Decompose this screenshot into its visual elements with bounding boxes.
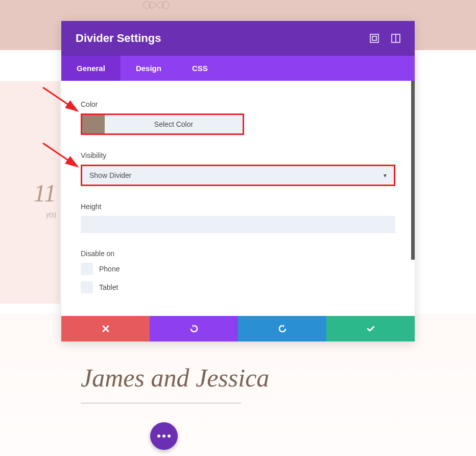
color-swatch[interactable] <box>82 115 105 133</box>
annotation-arrow-color <box>39 85 83 116</box>
redo-button[interactable] <box>238 316 326 341</box>
close-icon <box>102 325 110 333</box>
modal-header: Divider Settings <box>61 21 415 56</box>
field-disable-on: Disable on Phone Tablet <box>81 249 395 293</box>
visibility-value: Show Divider <box>89 171 131 179</box>
disable-label: Disable on <box>81 249 395 258</box>
disable-phone-row: Phone <box>81 263 395 275</box>
cancel-button[interactable] <box>61 316 150 341</box>
countdown-number: 11 <box>0 179 56 207</box>
tab-css[interactable]: CSS <box>177 56 223 81</box>
color-label: Color <box>81 100 395 108</box>
ellipsis-icon <box>157 435 171 438</box>
infinity-logo-icon <box>143 0 170 12</box>
page-heading: James and Jessica <box>81 363 269 393</box>
modal-tabs: General Design CSS <box>61 56 415 81</box>
heading-divider <box>81 403 241 403</box>
height-input[interactable] <box>81 216 395 233</box>
svg-line-0 <box>43 87 78 111</box>
countdown-widget: 11 : y(s) <box>0 179 56 218</box>
svg-rect-2 <box>370 34 378 42</box>
tab-design[interactable]: Design <box>121 56 177 81</box>
save-button[interactable] <box>326 316 415 341</box>
scrollbar[interactable] <box>411 81 415 260</box>
settings-modal: Divider Settings General Design CSS Colo… <box>61 21 415 341</box>
svg-line-1 <box>43 143 78 167</box>
modal-title: Divider Settings <box>76 32 161 45</box>
annotation-arrow-visibility <box>39 141 83 172</box>
visibility-select[interactable]: Show Divider ▼ <box>81 165 395 186</box>
check-icon <box>366 324 375 333</box>
snap-icon[interactable] <box>391 34 400 43</box>
svg-rect-3 <box>372 36 376 40</box>
modal-body: Color Select Color Visibility Show Divid… <box>61 81 415 316</box>
chevron-down-icon: ▼ <box>383 173 388 178</box>
undo-button[interactable] <box>150 316 238 341</box>
undo-icon <box>189 324 199 333</box>
page-options-fab[interactable] <box>150 422 178 450</box>
field-height: Height <box>81 202 395 233</box>
modal-header-actions <box>370 34 400 43</box>
expand-icon[interactable] <box>370 34 379 43</box>
disable-tablet-row: Tablet <box>81 281 395 293</box>
disable-tablet-checkbox[interactable] <box>81 281 93 293</box>
disable-tablet-label: Tablet <box>99 283 118 291</box>
color-picker[interactable]: Select Color <box>81 113 244 135</box>
countdown-unit: y(s) <box>0 211 56 218</box>
field-visibility: Visibility Show Divider ▼ <box>81 151 395 186</box>
redo-icon <box>278 324 287 333</box>
visibility-label: Visibility <box>81 151 395 159</box>
height-label: Height <box>81 202 395 211</box>
disable-phone-checkbox[interactable] <box>81 263 93 275</box>
field-color: Color Select Color <box>81 100 395 135</box>
countdown-separator: : <box>49 191 52 202</box>
tab-general[interactable]: General <box>61 56 121 81</box>
modal-footer <box>61 316 415 341</box>
disable-phone-label: Phone <box>99 265 120 273</box>
select-color-button[interactable]: Select Color <box>105 115 243 133</box>
